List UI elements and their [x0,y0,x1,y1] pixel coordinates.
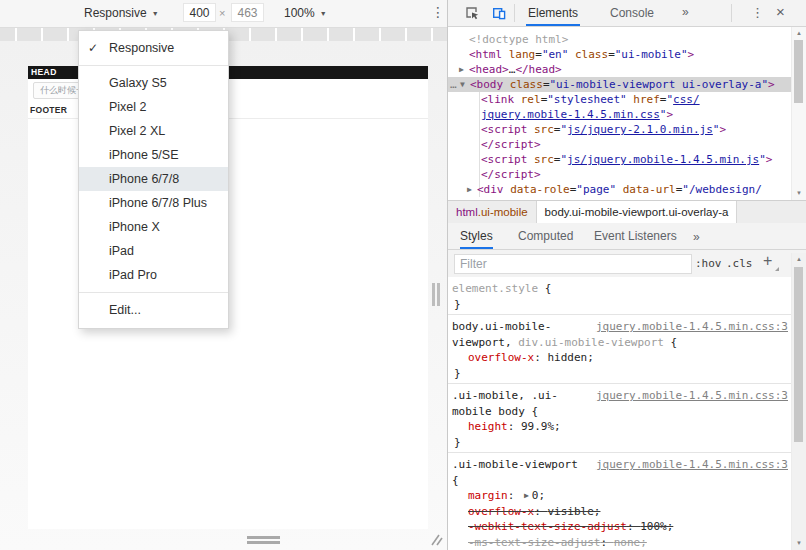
elements-tree-line[interactable]: ▶<div data-role="page" data-url="/webdes… [448,182,791,197]
filter-input[interactable] [454,254,692,274]
css-property[interactable]: -webkit-text-size-adjust: 100%; [452,519,788,535]
tab-computed[interactable]: Computed [518,223,573,247]
stylesheet-source-link[interactable]: jquery.mobile-1.4.5.min.css:3 [596,388,788,404]
tab-styles[interactable]: Styles [460,223,493,249]
new-style-rule-button[interactable]: + [763,252,772,270]
stylesheet-source-link[interactable]: jquery.mobile-1.4.5.min.css:3 [596,319,788,335]
code-token: <script [481,153,527,166]
more-tabs-icon[interactable]: » [693,230,700,244]
device-menu-item-ipad-pro[interactable]: iPad Pro [79,263,228,287]
elements-tree-line[interactable]: …▼<body class="ui-mobile-viewport ui-ove… [448,77,806,92]
property-value: hidden; [547,351,593,364]
code-token: .ui-mobile [478,206,528,218]
property-name: -webkit-text-size-adjust [468,520,627,533]
expand-arrow-icon[interactable]: ▶ [467,182,477,197]
code-token: : [534,505,547,518]
code-token: body.ui-mobile- [452,320,551,333]
device-menu-item-responsive[interactable]: ✓Responsive [79,36,228,60]
css-property[interactable]: margin: ▶0; [452,488,788,504]
code-token: = [608,48,615,61]
scrollbar-up-icon[interactable]: ▲ [792,28,806,39]
device-menu-item-iphone-5-se[interactable]: iPhone 5/SE [79,143,228,167]
device-menu-item-pixel-2-xl[interactable]: Pixel 2 XL [79,119,228,143]
resize-handle-right[interactable] [432,283,441,306]
property-name: -ms-text-size-adjust [468,536,600,549]
tab-elements[interactable]: Elements [526,0,580,26]
elements-tree-line[interactable]: <script src="js/jquery.mobile-1.4.5.min.… [448,152,791,167]
scrollbar-thumb[interactable] [794,267,803,442]
tab-console[interactable]: Console [610,0,654,24]
code-token: js/jquery-2.1.0.min.js [567,123,713,136]
devtools-menu-icon[interactable]: ⋮ [751,5,764,20]
property-value: visible; [547,505,600,518]
device-menu-item-iphone-6-7-8[interactable]: iPhone 6/7/8 [79,167,228,191]
property-name: height [468,420,508,433]
corner-grip-icon [428,532,444,548]
css-property[interactable]: height: 99.9%; [452,419,788,435]
breadcrumb-item[interactable]: body.ui-mobile-viewport.ui-overlay-a [536,201,738,223]
close-icon[interactable]: × [776,3,785,20]
toggle-element-classes-button[interactable]: .cls [726,257,753,270]
code-token: { [452,474,459,487]
code-token: "stylesheet" [547,93,626,106]
style-rule: jquery.mobile-1.4.5.min.css:3.ui-mobile-… [448,453,792,550]
device-menu: ✓ResponsiveGalaxy S5Pixel 2Pixel 2 XLiPh… [78,30,229,329]
code-token: src [534,153,554,166]
viewport-height-input[interactable] [231,3,264,22]
code-token: </head> [515,63,561,76]
styles-scrollbar[interactable]: ▲ ▼ [791,253,806,550]
css-property[interactable]: overflow-x: hidden; [452,350,788,366]
menu-item-label: Pixel 2 [109,100,147,114]
css-property[interactable]: -ms-text-size-adjust: none; [452,535,788,550]
viewport-width-input[interactable] [183,3,216,22]
expand-arrow-icon[interactable]: ▶ [459,62,469,77]
device-menu-item-pixel-2[interactable]: Pixel 2 [79,95,228,119]
device-menu-item-edit-[interactable]: Edit... [79,298,228,322]
code-token: " [759,153,766,166]
scrollbar-down-icon[interactable]: ▼ [792,538,806,549]
device-menu-item-ipad[interactable]: iPad [79,239,228,263]
elements-tree-line[interactable]: </script> [448,167,791,182]
code-token: class [510,78,543,91]
code-token: = [543,78,550,91]
menu-item-label: Edit... [109,303,141,317]
breadcrumb-item[interactable]: html.ui-mobile [448,201,536,223]
elements-tree-line[interactable]: jquery.mobile-1.4.5.min.css"> [448,107,791,122]
device-menu-item-galaxy-s5[interactable]: Galaxy S5 [79,71,228,95]
device-menu-item-iphone-x[interactable]: iPhone X [79,215,228,239]
resize-handle-bottom[interactable] [247,536,280,544]
property-value: 99.9%; [521,420,561,433]
toggle-pseudo-class-button[interactable]: :hov [695,257,722,270]
tab-event-listeners[interactable]: Event Listeners [594,223,677,247]
more-tabs-icon[interactable]: » [682,5,689,19]
elements-tree-line[interactable]: <!doctype html> [448,32,791,47]
toggle-device-toolbar-icon[interactable] [491,5,507,21]
elements-scrollbar[interactable]: ▲ ▼ [791,27,806,200]
menu-item-label: iPhone 5/SE [109,148,179,162]
code-token: > [688,48,695,61]
collapse-arrow-icon[interactable]: ▼ [460,77,470,92]
expand-arrow-icon[interactable]: ▶ [524,491,529,500]
elements-tree-line[interactable]: </script> [448,137,791,152]
inspect-element-icon[interactable] [464,5,480,21]
stylesheet-source-link[interactable]: jquery.mobile-1.4.5.min.css:3 [596,457,788,473]
elements-tree-line[interactable]: ▶<head>…</head> [448,62,791,77]
elements-tree-line[interactable]: <html lang="en" class="ui-mobile"> [448,47,791,62]
zoom-select[interactable]: 100%▼ [284,6,327,20]
device-menu-item-iphone-6-7-8-plus[interactable]: iPhone 6/7/8 Plus [79,191,228,215]
property-value: 100%; [640,520,673,533]
elements-tree-line[interactable]: <script src="js/jquery-2.1.0.min.js"> [448,122,791,137]
device-type-select[interactable]: Responsive▼ [84,6,159,20]
scrollbar-thumb[interactable] [794,40,803,103]
more-actions-icon[interactable]: … [450,77,458,92]
scrollbar-down-icon[interactable]: ▼ [792,188,806,199]
code-token: <body [470,78,503,91]
elements-tree-line[interactable]: <link rel="stylesheet" href="css/ [448,92,791,107]
resize-handle-corner[interactable] [428,532,444,548]
scrollbar-up-icon[interactable]: ▲ [792,254,806,265]
css-property[interactable]: overflow-x: visible; [452,504,788,520]
device-toolbar-more-icon[interactable]: ⋮ [431,4,445,20]
code-token: <script [481,123,527,136]
sidebar-tabs: Styles Computed Event Listeners » [448,223,806,250]
code-token: lang [509,48,536,61]
